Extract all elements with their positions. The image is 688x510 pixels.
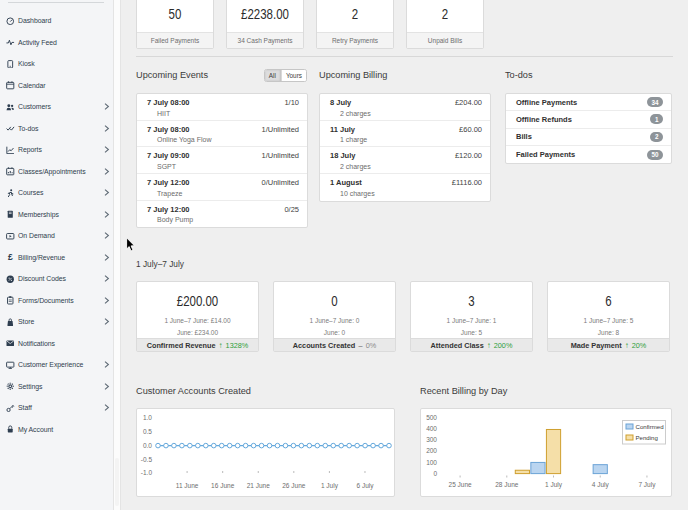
sidebar-item-activity-feed[interactable]: Activity Feed <box>0 32 113 54</box>
sidebar-item-staff[interactable]: Staff <box>0 397 113 419</box>
stat-card[interactable]: 2 Retry Payments <box>316 0 394 49</box>
membership-card-icon <box>6 210 16 220</box>
todo-label: Offline Refunds <box>516 115 572 124</box>
row-line1: 18 July £120.00 <box>330 151 482 160</box>
metrics-row: £200.00 1 June–7 June: £14.00 June: £234… <box>136 281 673 352</box>
event-row[interactable]: 7 July 08:00 1/Unlimited Online Yoga Flo… <box>137 121 307 148</box>
billing-amount: £1116.00 <box>452 178 482 187</box>
sidebar-scrollbar-track[interactable] <box>113 0 121 510</box>
line-chart-icon <box>6 145 16 155</box>
section-header: Upcoming Billing <box>319 57 491 93</box>
upcoming-events-title: Upcoming Events <box>136 70 208 80</box>
accounts-chart-title: Customer Accounts Created <box>136 386 395 408</box>
svg-text:28 June: 28 June <box>495 481 519 488</box>
sidebar-item-calendar[interactable]: Calendar <box>0 75 113 97</box>
svg-text:6 July: 6 July <box>356 482 374 490</box>
metric-footer: Made Payment ↑ 20% <box>548 338 669 351</box>
todo-row[interactable]: Bills 2 <box>506 129 671 146</box>
todo-label: Offline Payments <box>516 98 577 107</box>
metric-card: 0 1 June–7 June: 0 June: 0 Accounts Crea… <box>273 281 396 352</box>
sidebar-item-kiosk[interactable]: Kiosk <box>0 53 113 75</box>
sidebar-top-divider <box>8 2 104 3</box>
sidebar-item-store[interactable]: Store <box>0 311 113 333</box>
event-attendance: 1/Unlimited <box>261 151 299 160</box>
event-row[interactable]: 7 July 12:00 0/25 Body Pump <box>137 201 307 228</box>
sidebar-item-my-account[interactable]: My Account <box>0 419 113 441</box>
todos-section: To-dos Offline Payments 34 Offline Refun… <box>505 57 672 228</box>
metric-name: Accounts Created <box>293 341 355 350</box>
metric-percent: 1328% <box>226 341 249 350</box>
upcoming-events-section: Upcoming Events AllYours 7 July 08:00 1/… <box>136 57 308 228</box>
sidebar-item-settings[interactable]: Settings <box>0 376 113 398</box>
svg-text:-0.5: -0.5 <box>141 456 153 463</box>
stat-value: 2 <box>324 0 386 32</box>
gauge-icon <box>6 16 16 26</box>
sidebar-item-discount-codes[interactable]: Discount Codes <box>0 268 113 290</box>
row-line1: 7 July 12:00 0/25 <box>147 205 299 214</box>
chevron-right-icon <box>102 403 111 412</box>
sidebar-item-memberships[interactable]: Memberships <box>0 204 113 226</box>
sidebar-item-billing-revenue[interactable]: £ Billing/Revenue <box>0 247 113 269</box>
toggle-yours[interactable]: Yours <box>281 70 306 81</box>
sidebar-nav: Dashboard Activity Feed Kiosk Calendar C… <box>0 10 113 440</box>
todo-row[interactable]: Offline Refunds 1 <box>506 111 671 128</box>
metric-compare-week: 1 June–7 June: 5 <box>548 315 669 326</box>
users-icon <box>6 102 16 112</box>
billing-row[interactable]: 1 August £1116.00 10 charges <box>320 174 490 201</box>
event-row[interactable]: 7 July 08:00 1/10 HIIT <box>137 94 307 121</box>
sidebar-scrollbar-thumb[interactable] <box>115 458 119 506</box>
metric-percent: 200% <box>494 341 513 350</box>
svg-text:11 June: 11 June <box>176 482 199 489</box>
svg-text:0.0: 0.0 <box>143 442 152 449</box>
sidebar-item-to-dos[interactable]: To-dos <box>0 118 113 140</box>
row-line1: 7 July 12:00 0/Unlimited <box>147 178 299 187</box>
stat-card[interactable]: 50 Failed Payments <box>136 0 214 49</box>
svg-text:100: 100 <box>426 459 437 466</box>
sidebar-item-forms-documents[interactable]: Forms/Documents <box>0 290 113 312</box>
billing-row[interactable]: 11 July £60.00 1 charge <box>320 121 490 148</box>
sidebar-item-courses[interactable]: Courses <box>0 182 113 204</box>
todo-row[interactable]: Offline Payments 34 <box>506 94 671 111</box>
toggle-all[interactable]: All <box>265 70 281 81</box>
sidebar-item-dashboard[interactable]: Dashboard <box>0 10 113 32</box>
metric-footer: Confirmed Revenue ↑ 1328% <box>137 338 258 351</box>
event-name: SGPT <box>147 163 299 170</box>
sidebar-item-on-demand[interactable]: On Demand <box>0 225 113 247</box>
trend-icon: ↑ <box>487 341 491 350</box>
event-time: 7 July 09:00 <box>147 151 190 160</box>
billing-amount: £60.00 <box>459 125 482 134</box>
billing-row[interactable]: 18 July £120.00 2 charges <box>320 147 490 174</box>
metric-compare-week: 1 June–7 June: £14.00 <box>137 315 258 326</box>
event-time: 7 July 08:00 <box>147 125 190 134</box>
stat-card[interactable]: £2238.00 34 Cash Payments <box>226 0 304 49</box>
calendar-icon <box>6 81 16 91</box>
svg-text:26 June: 26 June <box>282 482 306 489</box>
todo-row[interactable]: Failed Payments 50 <box>506 146 671 163</box>
sidebar-item-notifications[interactable]: Notifications <box>0 333 113 355</box>
sidebar-item-reports[interactable]: Reports <box>0 139 113 161</box>
sections-row: Upcoming Events AllYours 7 July 08:00 1/… <box>136 57 673 228</box>
sidebar-item-customer-experience[interactable]: Customer Experience <box>0 354 113 376</box>
billing-date: 8 July <box>330 98 351 107</box>
metric-compare-month: June: 0 <box>274 327 395 338</box>
calendar-chart-icon <box>6 167 16 177</box>
svg-text:16 June: 16 June <box>211 482 235 489</box>
billing-row[interactable]: 8 July £204.00 2 charges <box>320 94 490 121</box>
key-icon <box>6 403 16 413</box>
svg-text:1 July: 1 July <box>321 482 339 490</box>
metric-value: 6 <box>559 293 658 309</box>
metric-value: 3 <box>422 293 521 309</box>
metric-footer: Accounts Created – 0% <box>274 338 395 351</box>
stat-value: 2 <box>414 0 476 32</box>
event-row[interactable]: 7 July 09:00 1/Unlimited SGPT <box>137 147 307 174</box>
chevron-right-icon <box>102 145 111 154</box>
event-row[interactable]: 7 July 12:00 0/Unlimited Trapeze <box>137 174 307 201</box>
sidebar-item-classes-appointments[interactable]: Classes/Appointments <box>0 161 113 183</box>
stat-card[interactable]: 2 Unpaid Bills <box>406 0 484 49</box>
metric-compare-month: June: 8 <box>548 327 669 338</box>
event-name: HIIT <box>147 110 299 117</box>
sidebar-item-customers[interactable]: Customers <box>0 96 113 118</box>
event-name: Body Pump <box>147 216 299 223</box>
event-attendance: 0/Unlimited <box>261 178 299 187</box>
todo-label: Failed Payments <box>516 150 575 159</box>
